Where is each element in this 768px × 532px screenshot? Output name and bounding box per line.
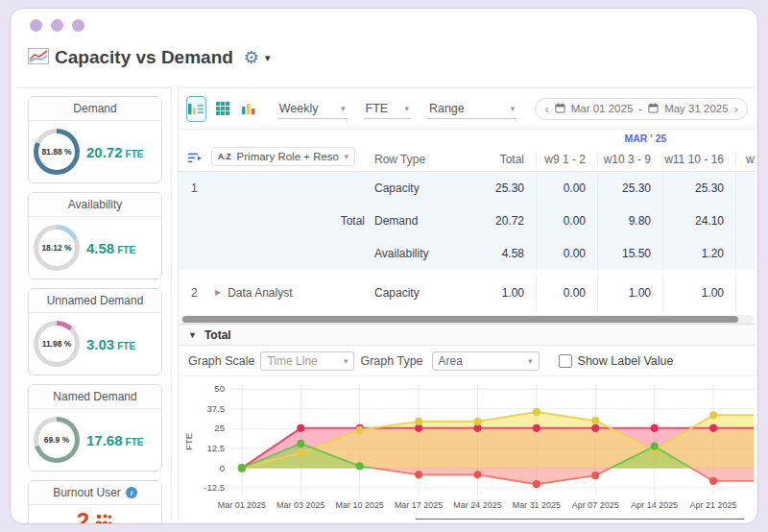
- range-select[interactable]: Range ▾: [427, 99, 516, 119]
- cell-row-type: Availability: [374, 237, 470, 270]
- window-dot: [51, 19, 63, 32]
- cell-week-value: 15.50: [597, 237, 662, 270]
- cell-week-value: 0.00: [536, 205, 597, 237]
- window-dot: [30, 19, 42, 32]
- next-range-button[interactable]: ›: [734, 103, 738, 115]
- fte-value: 4.58FTE: [86, 240, 135, 256]
- show-label-checkbox[interactable]: [559, 354, 572, 368]
- month-group-label: MAR ' 25: [536, 133, 756, 144]
- svg-text:FTE: FTE: [183, 433, 194, 450]
- svg-text:25: 25: [214, 423, 225, 433]
- fte-value: 17.68FTE: [86, 432, 143, 448]
- donut-ring: 18.12 %: [34, 225, 80, 271]
- chevron-down-icon: ▾: [404, 104, 409, 113]
- cell-row-type: Capacity: [374, 275, 470, 310]
- info-icon[interactable]: i: [126, 487, 137, 498]
- chart-legend: CapacityDemandAvailabilityShortage: [416, 519, 744, 520]
- expand-icon[interactable]: ▶: [215, 288, 221, 297]
- table-row-group: 1Capacity25.300.0025.3025.30TotalDemand2…: [179, 172, 756, 270]
- calendar-icon: [555, 103, 565, 115]
- table-row[interactable]: 1Capacity25.300.0025.3025.30: [179, 172, 756, 205]
- date-range-picker: ‹ Mar 01 2025 - May 31 2025 ›: [535, 98, 748, 120]
- table-row[interactable]: 2▶Data AnalystCapacity1.000.001.001.00: [179, 275, 756, 310]
- stat-card-title: Unnamed Demand: [29, 289, 161, 313]
- period-select-value: Weekly: [279, 102, 319, 115]
- combo-view-button[interactable]: [186, 96, 206, 122]
- cell-week-value: 1.00: [662, 275, 735, 310]
- people-icon: [94, 513, 113, 524]
- calendar-icon: [648, 103, 659, 115]
- cell-week-value: 0.00: [536, 172, 597, 205]
- stat-card-unnamed-demand: Unnamed Demand 11.98 % 3.03FTE: [28, 288, 162, 375]
- filter-sort-icon[interactable]: [179, 152, 211, 166]
- prev-range-button[interactable]: ‹: [544, 103, 548, 115]
- unit-select[interactable]: FTE ▾: [364, 99, 411, 119]
- percent-label: 11.98 %: [42, 339, 72, 349]
- svg-text:Mar 01 2025: Mar 01 2025: [218, 500, 266, 510]
- collapse-icon[interactable]: ▼: [188, 330, 197, 340]
- cell-week-value: 0.00: [536, 275, 597, 310]
- svg-text:Apr 21 2025: Apr 21 2025: [690, 500, 737, 510]
- start-date[interactable]: Mar 01 2025: [571, 103, 634, 114]
- cell-total-value: 4.58: [470, 237, 536, 270]
- horizontal-scrollbar[interactable]: [180, 315, 754, 324]
- row-number: 1: [179, 172, 211, 205]
- fte-value: 20.72FTE: [86, 144, 143, 160]
- sort-az-icon: A↓Z: [218, 152, 230, 161]
- unit-select-value: FTE: [366, 102, 389, 115]
- row-number: 2: [179, 275, 211, 310]
- fte-value: 3.03FTE: [86, 336, 135, 352]
- cell-total-value: 20.72: [470, 205, 536, 237]
- burnout-count: 2: [77, 510, 89, 524]
- column-header-week: w10 3 - 9: [597, 153, 662, 166]
- range-select-value: Range: [429, 102, 465, 115]
- percent-label: 69.9 %: [44, 435, 69, 445]
- settings-caret-icon[interactable]: ▾: [265, 52, 271, 64]
- graph-scale-select[interactable]: Time Line ▾: [260, 351, 354, 371]
- app-background: Capacity vs Demand ⚙ ▾ Demand 81.88 % 20…: [0, 0, 768, 532]
- graph-type-value: Area: [439, 354, 463, 368]
- show-label-checkbox-label[interactable]: Show Label Value: [578, 354, 674, 368]
- cell-week-value: 9.80: [597, 205, 662, 237]
- graph-type-select[interactable]: Area ▾: [432, 351, 540, 371]
- table-row[interactable]: TotalDemand20.720.009.8024.10: [179, 205, 756, 237]
- view-toolbar: Weekly ▾ FTE ▾ Range ▾ ‹ Mar 01 2025 -: [179, 88, 756, 130]
- cell-week-value: 25.30: [662, 172, 735, 205]
- widget-window: Capacity vs Demand ⚙ ▾ Demand 81.88 % 20…: [10, 8, 758, 524]
- column-header-week: w9 1 - 2: [536, 153, 597, 166]
- row-number: [179, 205, 211, 237]
- cell-total-value: 25.30: [470, 172, 536, 205]
- table-row[interactable]: Availability4.580.0015.501.20: [179, 237, 756, 270]
- svg-text:Mar 24 2025: Mar 24 2025: [453, 500, 501, 510]
- cell-week-value: 24.10: [662, 205, 735, 237]
- cell-week-value: [735, 172, 756, 205]
- bar-chart-view-button[interactable]: [239, 96, 259, 122]
- svg-text:Mar 31 2025: Mar 31 2025: [513, 500, 561, 510]
- svg-text:50: 50: [214, 383, 225, 394]
- burnout-title: Burnout User: [53, 486, 121, 499]
- graph-scale-label: Graph Scale: [188, 354, 254, 368]
- group-by-select[interactable]: A↓Z Primary Role + Resource... ▾: [211, 147, 355, 166]
- total-section-header[interactable]: ▼ Total: [179, 324, 756, 346]
- svg-text:37.5: 37.5: [206, 403, 224, 414]
- svg-text:Mar 10 2025: Mar 10 2025: [335, 500, 383, 510]
- scrollbar-thumb[interactable]: [182, 316, 738, 323]
- settings-gear-icon[interactable]: ⚙: [244, 49, 259, 66]
- stat-card-named-demand: Named Demand 69.9 % 17.68FTE: [28, 384, 162, 472]
- grid-view-button[interactable]: [213, 96, 233, 122]
- stat-card-title: Availability: [29, 193, 161, 217]
- area-chart-canvas[interactable]: 5037.52512.50-12.5FTEMar 01 2025Mar 03 2…: [180, 378, 756, 515]
- window-dots: [30, 19, 84, 32]
- svg-text:Mar 17 2025: Mar 17 2025: [395, 500, 443, 510]
- stat-card-title: Burnout User i: [29, 481, 161, 505]
- chevron-down-icon: ▾: [511, 104, 516, 113]
- page-title: Capacity vs Demand: [55, 47, 233, 68]
- period-select[interactable]: Weekly ▾: [277, 99, 348, 119]
- svg-text:0: 0: [220, 462, 225, 472]
- row-number: [179, 237, 211, 270]
- cell-row-type: Capacity: [374, 172, 470, 205]
- svg-text:Apr 14 2025: Apr 14 2025: [631, 500, 678, 510]
- svg-text:12.5: 12.5: [206, 443, 224, 453]
- percent-label: 18.12 %: [41, 243, 71, 253]
- end-date[interactable]: May 31 2025: [664, 103, 729, 114]
